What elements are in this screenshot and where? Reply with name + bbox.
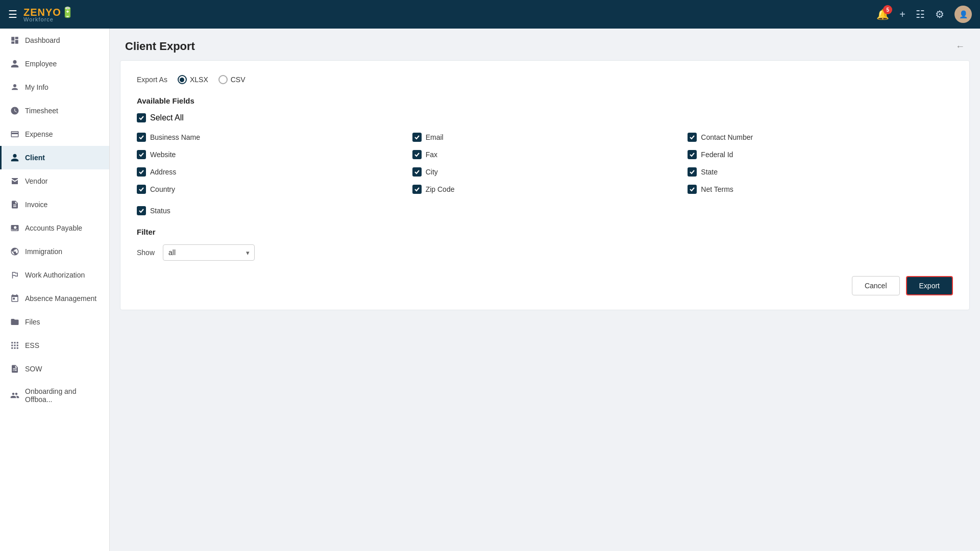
field-net-terms[interactable]: Net Terms [688,185,953,194]
checkbox-business-name[interactable] [137,133,146,142]
back-button[interactable]: ← [955,41,965,52]
checkbox-website[interactable] [137,150,146,159]
filter-select-wrapper: all active inactive [163,244,255,261]
radio-xlsx[interactable]: XLSX [178,75,208,84]
settings-icon[interactable]: ⚙ [935,8,944,20]
filter-row: Show all active inactive [137,244,953,261]
sidebar-item-immigration[interactable]: Immigration [0,240,109,263]
sidebar-item-vendor[interactable]: Vendor [0,169,109,193]
filter-show-label: Show [137,248,155,257]
filter-title: Filter [137,228,953,236]
sidebar-label-myinfo: My Info [25,83,48,91]
main-content: Client Export ← Export As XLSX CSV [110,29,980,551]
sidebar-item-myinfo[interactable]: My Info [0,76,109,99]
checkbox-zip-code[interactable] [412,185,422,194]
radio-csv[interactable]: CSV [218,75,246,84]
export-format-group: XLSX CSV [178,75,246,84]
export-as-row: Export As XLSX CSV [137,75,953,84]
label-state: State [701,168,718,176]
add-icon[interactable]: + [899,9,905,20]
checkbox-state[interactable] [688,167,697,177]
sidebar: Dashboard Employee My Info [0,29,110,551]
sidebar-label-absence-management: Absence Management [25,294,96,303]
field-address[interactable]: Address [137,167,402,177]
select-all-row[interactable]: Select All [137,113,953,122]
sidebar-item-files[interactable]: Files [0,310,109,334]
select-all-label: Select All [150,113,184,122]
sidebar-item-absence-management[interactable]: Absence Management [0,287,109,310]
field-contact-number[interactable]: Contact Number [688,133,953,142]
notification-button[interactable]: 🔔 5 [876,8,889,20]
filter-select[interactable]: all active inactive [163,244,255,261]
sidebar-item-dashboard[interactable]: Dashboard [0,29,109,52]
absence-management-icon [10,293,20,304]
brand-logo: ZENYO🔋 Workforce [23,6,74,22]
checkbox-city[interactable] [412,167,422,177]
sidebar-item-employee[interactable]: Employee [0,52,109,76]
field-country[interactable]: Country [137,185,402,194]
hamburger-icon[interactable]: ☰ [8,8,17,20]
sidebar-label-invoice: Invoice [25,201,47,209]
export-button[interactable]: Export [906,276,953,295]
timesheet-icon [10,106,20,116]
label-zip-code: Zip Code [426,185,455,193]
sidebar-label-vendor: Vendor [25,177,47,185]
checkbox-email[interactable] [412,133,422,142]
label-address: Address [150,168,176,176]
sidebar-item-onboarding[interactable]: Onboarding and Offboa... [0,381,109,410]
field-fax[interactable]: Fax [412,150,678,159]
filter-section: Filter Show all active inactive [137,228,953,261]
page-header: Client Export ← [110,29,980,60]
field-city[interactable]: City [412,167,678,177]
field-email[interactable]: Email [412,133,678,142]
page-title: Client Export [125,40,195,53]
sidebar-label-work-authorization: Work Authorization [25,271,85,279]
radio-xlsx-label: XLSX [190,76,208,84]
sidebar-label-immigration: Immigration [25,247,62,256]
select-all-checkbox[interactable] [137,113,146,122]
sidebar-item-invoice[interactable]: Invoice [0,193,109,216]
checkbox-federal-id[interactable] [688,150,697,159]
cancel-button[interactable]: Cancel [852,276,900,295]
sidebar-label-expense: Expense [25,130,53,138]
checkbox-contact-number[interactable] [688,133,697,142]
label-fax: Fax [426,151,437,159]
avatar-initials: 👤 [959,10,968,18]
accounts-payable-icon [10,223,20,233]
checkbox-country[interactable] [137,185,146,194]
sow-icon [10,364,20,374]
radio-csv-circle [218,75,228,84]
field-state[interactable]: State [688,167,953,177]
topnav-right: 🔔 5 + ☷ ⚙ 👤 [876,6,972,23]
sidebar-item-expense[interactable]: Expense [0,122,109,146]
sidebar-label-accounts-payable: Accounts Payable [25,224,82,232]
sidebar-item-work-authorization[interactable]: Work Authorization [0,263,109,287]
export-card: Export As XLSX CSV Available Fields [120,60,970,310]
sidebar-label-ess: ESS [25,341,39,349]
checkbox-fax[interactable] [412,150,422,159]
status-row[interactable]: Status [137,206,953,215]
sidebar-label-sow: SOW [25,365,42,373]
label-federal-id: Federal Id [701,151,733,159]
field-federal-id[interactable]: Federal Id [688,150,953,159]
checkbox-net-terms[interactable] [688,185,697,194]
field-website[interactable]: Website [137,150,402,159]
sidebar-item-timesheet[interactable]: Timesheet [0,99,109,122]
notification-badge: 5 [883,5,892,14]
avatar[interactable]: 👤 [954,6,972,23]
grid-icon[interactable]: ☷ [916,8,925,20]
radio-xlsx-circle [178,75,187,84]
client-icon [10,153,20,163]
sidebar-item-accounts-payable[interactable]: Accounts Payable [0,216,109,240]
invoice-icon [10,199,20,210]
sidebar-item-client[interactable]: Client [0,146,109,169]
sidebar-item-ess[interactable]: ESS [0,334,109,357]
sidebar-item-sow[interactable]: SOW [0,357,109,381]
topnav: ☰ ZENYO🔋 Workforce 🔔 5 + ☷ ⚙ 👤 [0,0,980,29]
sidebar-label-onboarding: Onboarding and Offboa... [25,387,101,404]
checkbox-status[interactable] [137,206,146,215]
field-business-name[interactable]: Business Name [137,133,402,142]
field-zip-code[interactable]: Zip Code [412,185,678,194]
checkbox-address[interactable] [137,167,146,177]
label-business-name: Business Name [150,133,200,141]
